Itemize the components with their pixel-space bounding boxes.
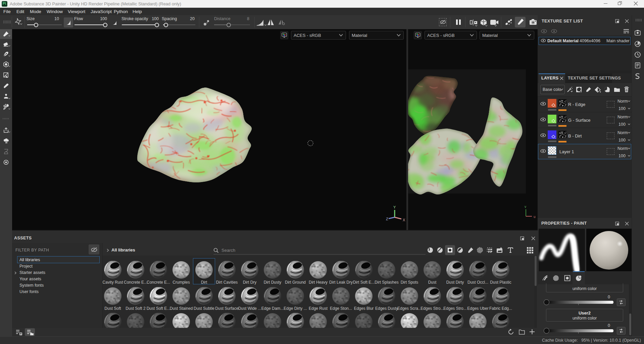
svg-text:v: v (525, 205, 526, 209)
svg-text:Y: Y (393, 205, 396, 209)
svg-text:u: u (534, 215, 536, 219)
svg-text:X: X (403, 218, 405, 222)
svg-text:Z: Z (386, 217, 388, 221)
